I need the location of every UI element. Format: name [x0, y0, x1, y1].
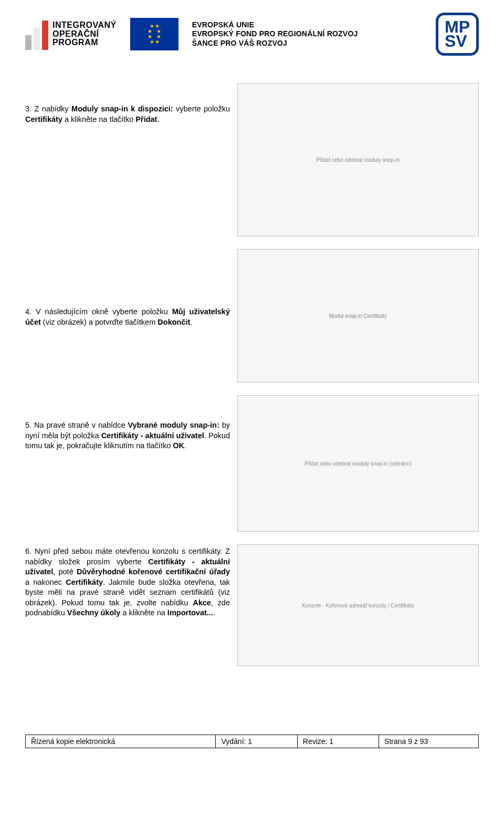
- header-left: INTEGROVANÝ OPERAČNÍ PROGRAM ★ ★★ ★★ ★★ …: [25, 18, 358, 50]
- eu-text-block: EVROPSKÁ UNIE EVROPSKÝ FOND PRO REGIONÁL…: [192, 20, 358, 48]
- step-3-row: 3. Z nabídky Moduly snap-in k dispozici:…: [25, 83, 479, 236]
- step-3-text: 3. Z nabídky Moduly snap-in k dispozici:…: [25, 104, 230, 236]
- screenshot-cert-module: Modul snap-in Certifikáty: [237, 249, 479, 383]
- screenshot-snapin-selected: Přidat nebo odebrat moduly snap-in (vybr…: [237, 395, 479, 532]
- step-5-text: 5. Na pravé straně v nabídce Vybrané mod…: [25, 420, 230, 532]
- step-6-text: 6. Nyní před sebou máte otevřenou konzol…: [25, 546, 230, 666]
- document-footer: Řízená kopie elektronická Vydání: 1 Revi…: [25, 735, 479, 748]
- footer-copy-type: Řízená kopie elektronická: [26, 735, 216, 748]
- iop-line1: INTEGROVANÝ: [52, 21, 117, 30]
- iop-line3: PROGRAM: [52, 38, 117, 47]
- eu-flag-icon: ★ ★★ ★★ ★★ ★: [130, 18, 178, 50]
- step-4-text: 4. V následujícím okně vyberte položku M…: [25, 307, 230, 383]
- eu-line2: EVROPSKÝ FOND PRO REGIONÁLNÍ ROZVOJ: [192, 29, 358, 39]
- footer-page: Strana 9 z 93: [379, 735, 479, 748]
- step-6-row: 6. Nyní před sebou máte otevřenou konzol…: [25, 544, 479, 666]
- step-5-row: 5. Na pravé straně v nabídce Vybrané mod…: [25, 395, 479, 532]
- eu-line3: ŠANCE PRO VÁŠ ROZVOJ: [192, 39, 358, 48]
- document-header: INTEGROVANÝ OPERAČNÍ PROGRAM ★ ★★ ★★ ★★ …: [25, 13, 479, 56]
- screenshot-snapin-dialog: Přidat nebo odebrat moduly snap-in: [237, 83, 479, 236]
- step-4-row: 4. V následujícím okně vyberte položku M…: [25, 249, 479, 383]
- footer-table: Řízená kopie elektronická Vydání: 1 Revi…: [25, 735, 479, 748]
- iop-line2: OPERAČNÍ: [52, 30, 117, 39]
- screenshot-console-certs: Konzole - Kořenový adresář konzoly / Cer…: [237, 544, 479, 666]
- iop-logo: INTEGROVANÝ OPERAČNÍ PROGRAM: [25, 18, 117, 50]
- iop-logo-text: INTEGROVANÝ OPERAČNÍ PROGRAM: [52, 21, 117, 47]
- footer-edition: Vydání: 1: [216, 735, 297, 748]
- footer-revision: Revize: 1: [297, 735, 379, 748]
- mpsv-logo: MPSV: [436, 13, 479, 56]
- eu-line1: EVROPSKÁ UNIE: [192, 20, 358, 30]
- iop-bars-icon: [25, 18, 48, 50]
